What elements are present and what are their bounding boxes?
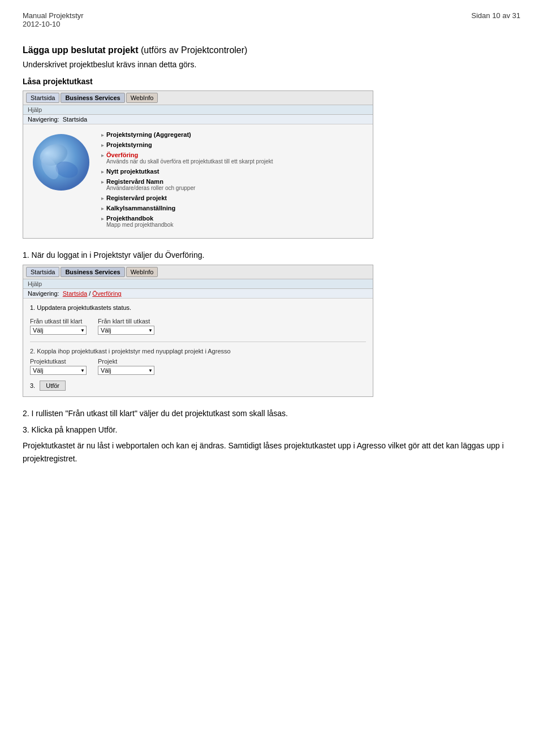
arrow-1: ▸: [101, 132, 104, 138]
nav-path-sep: /: [87, 290, 92, 297]
subsection-title: Låsa projektutkast: [23, 77, 520, 86]
from-klart-wrapper: Välj: [98, 326, 154, 335]
nav-webinfo-btn[interactable]: WebInfo: [126, 93, 158, 103]
menu-item-1: ▸ Projektstyrning (Aggregerat): [101, 131, 366, 138]
menu-title-5: Registervård Namn: [106, 178, 195, 185]
dropdown-from-utkast: Från utkast till klart Välj: [30, 318, 87, 335]
step2-desc: 2. Koppla ihop projektutkast i projektst…: [30, 348, 366, 355]
menu-item-7: ▸ Kalkylsammanställning: [101, 205, 366, 211]
arrow-7: ▸: [101, 205, 104, 211]
divider-1: [30, 342, 366, 342]
menu-item-5: ▸ Registervård Namn Användare/deras roll…: [101, 178, 366, 191]
menu-desc-5: Användare/deras roller och grupper: [106, 185, 195, 191]
menu-item-6: ▸ Registervård projekt: [101, 195, 366, 201]
from-klart-select[interactable]: Välj: [98, 326, 154, 335]
page-header: Manual Projektstyr 2012-10-10 Sidan 10 a…: [23, 11, 520, 28]
screenshot-2-content: 1. Uppdatera projektutkastets status. Fr…: [23, 299, 373, 396]
from-utkast-wrapper: Välj: [30, 326, 87, 335]
nav-path-bar-2: Navigering: Startsida / Överföring: [23, 289, 373, 299]
screenshot2-step1-row: 1. Uppdatera projektutkastets status. Fr…: [30, 304, 366, 335]
help-label-1: Hjälp: [28, 106, 42, 113]
dropdown-projekt: Projekt Välj: [98, 358, 154, 375]
projektutkast-wrapper: Välj: [30, 366, 87, 375]
menu-desc-8: Mapp med projekthandbok: [106, 222, 173, 228]
menu-title-4: Nytt projektutkast: [106, 168, 160, 175]
nav-path-label-2: Navigering:: [28, 290, 59, 297]
utfor-button[interactable]: Utför: [40, 381, 66, 391]
help-label-2: Hjälp: [28, 280, 42, 287]
arrow-6: ▸: [101, 195, 104, 201]
manual-title: Manual Projektstyr: [23, 11, 84, 20]
nav-business-services-btn[interactable]: Business Services: [61, 93, 124, 103]
dropdown-group-1: Från utkast till klart Välj Från klart t…: [30, 318, 366, 335]
menu-item-2: ▸ Projektstyrning: [101, 141, 366, 148]
nav-path-overforing-link[interactable]: Överföring: [92, 290, 121, 297]
screenshot-1-content: ▸ Projektstyrning (Aggregerat) ▸ Projekt…: [23, 124, 373, 238]
nav-business-services-btn-2[interactable]: Business Services: [61, 267, 124, 277]
screenshot2-step2-section: 2. Koppla ihop projektutkast i projektst…: [30, 348, 366, 375]
step3-number: 3.: [30, 382, 35, 389]
dropdown-projektutkast: Projektutkast Välj: [30, 358, 87, 375]
menu-list: ▸ Projektstyrning (Aggregerat) ▸ Projekt…: [101, 131, 366, 231]
section-title: Lägga upp beslutat projekt (utförs av Pr…: [23, 45, 520, 55]
menu-item-3: ▸ Överföring Används när du skall överfö…: [101, 152, 366, 165]
projekt-wrapper: Välj: [98, 366, 154, 375]
menu-item-4: ▸ Nytt projektutkast: [101, 168, 366, 175]
nav-path-value-1: Startsida: [63, 116, 87, 123]
screenshot-1: Startsida Business Services WebInfo Hjäl…: [23, 90, 373, 239]
from-utkast-select[interactable]: Välj: [30, 326, 87, 335]
step2-instruction: 2. I rullisten "Från utkast till klart" …: [23, 407, 520, 420]
nav-bar-1: Startsida Business Services WebInfo: [23, 91, 373, 105]
screenshot2-step3-row: 3. Utför: [30, 381, 366, 391]
from-klart-label: Från klart till utkast: [98, 318, 154, 325]
help-bar-1: Hjälp: [23, 105, 373, 115]
nav-webinfo-btn-2[interactable]: WebInfo: [126, 267, 158, 277]
projekt-select[interactable]: Välj: [98, 366, 154, 375]
menu-title-3: Överföring: [106, 152, 273, 158]
logo-image: [30, 131, 92, 193]
nav-path-startsida-link[interactable]: Startsida: [63, 290, 87, 297]
menu-title-1: Projektstyrning (Aggregerat): [106, 131, 191, 138]
nav-startsida-btn-2[interactable]: Startsida: [26, 267, 59, 277]
menu-title-7: Kalkylsammanställning: [106, 205, 175, 211]
screenshot-2: Startsida Business Services WebInfo Hjäl…: [23, 265, 373, 397]
projektutkast-label: Projektutkast: [30, 358, 87, 365]
update-status-text: 1. Uppdatera projektutkastets status.: [30, 304, 366, 311]
dropdown-from-klart: Från klart till utkast Välj: [98, 318, 154, 335]
section-title-normal: (utförs av Projektcontroler): [138, 45, 247, 55]
arrow-8: ▸: [101, 215, 104, 222]
nav-path-label-1: Navigering:: [28, 116, 59, 123]
nav-bar-2: Startsida Business Services WebInfo: [23, 265, 373, 279]
menu-item-8: ▸ Projekthandbok Mapp med projekthandbok: [101, 215, 366, 228]
page-number: Sidan 10 av 31: [471, 11, 520, 20]
arrow-5: ▸: [101, 179, 104, 185]
dropdown-group-2: Projektutkast Välj Projekt Välj: [30, 358, 366, 375]
arrow-3: ▸: [101, 152, 104, 158]
menu-title-6: Registervård projekt: [106, 195, 167, 201]
menu-title-2: Projektstyrning: [106, 141, 152, 148]
projektutkast-select[interactable]: Välj: [30, 366, 87, 375]
nav-path-bar-1: Navigering: Startsida: [23, 115, 373, 124]
nav-startsida-btn[interactable]: Startsida: [26, 93, 59, 103]
help-bar-2: Hjälp: [23, 279, 373, 289]
intro-text: Underskrivet projektbeslut krävs innan d…: [23, 60, 520, 69]
section-title-bold: Lägga upp beslutat projekt: [23, 45, 138, 55]
menu-desc-3: Används när du skall överföra ett projek…: [106, 158, 273, 165]
arrow-4: ▸: [101, 169, 104, 175]
projekt-label: Projekt: [98, 358, 154, 365]
step3-instruction: 3. Klicka på knappen Utför.: [23, 424, 520, 436]
manual-date: 2012-10-10: [23, 20, 84, 28]
manual-info: Manual Projektstyr 2012-10-10: [23, 11, 84, 28]
menu-title-8: Projekthandbok: [106, 215, 173, 222]
step1-instruction: 1. När du loggat in i Projektstyr väljer…: [23, 249, 520, 261]
arrow-2: ▸: [101, 142, 104, 148]
step4-instruction: Projektutkastet är nu låst i webportalen…: [23, 439, 520, 465]
from-utkast-label: Från utkast till klart: [30, 318, 87, 325]
